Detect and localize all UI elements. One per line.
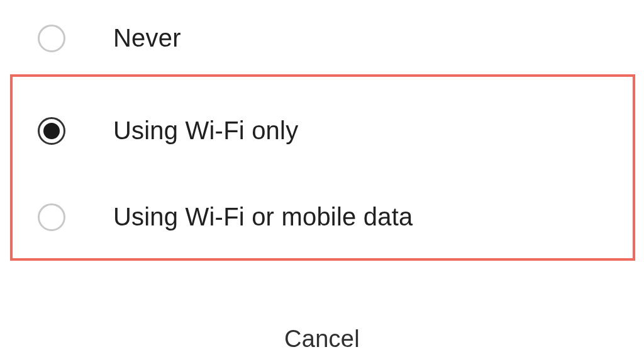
- option-wifi-only[interactable]: Using Wi-Fi only: [0, 98, 644, 164]
- cancel-row: Cancel: [0, 326, 644, 353]
- option-wifi-or-mobile[interactable]: Using Wi-Fi or mobile data: [0, 184, 644, 250]
- radio-options-list: Never Using Wi-Fi only Using Wi-Fi or mo…: [0, 0, 644, 250]
- cancel-button[interactable]: Cancel: [284, 326, 360, 353]
- radio-icon: [38, 117, 65, 145]
- option-never[interactable]: Never: [0, 5, 644, 71]
- radio-icon: [38, 203, 65, 231]
- option-label: Using Wi-Fi only: [113, 117, 298, 145]
- option-label: Never: [113, 24, 181, 52]
- radio-icon: [38, 25, 65, 52]
- option-label: Using Wi-Fi or mobile data: [113, 203, 413, 231]
